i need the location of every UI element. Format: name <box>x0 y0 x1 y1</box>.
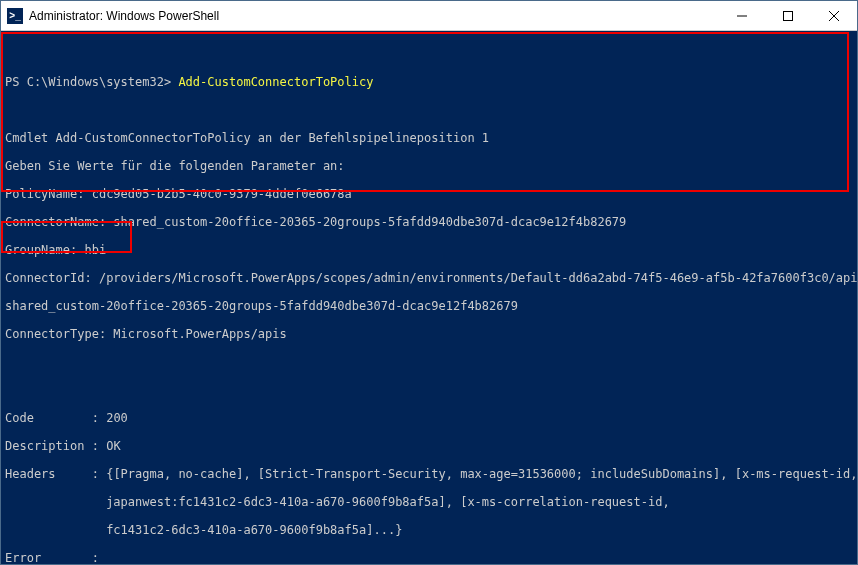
error-value: : <box>92 551 99 564</box>
titlebar[interactable]: >_ Administrator: Windows PowerShell <box>1 1 857 31</box>
code-value: : 200 <box>92 411 128 425</box>
cmdlet-header: Cmdlet Add-CustomConnectorToPolicy an de… <box>5 131 853 145</box>
minimize-button[interactable] <box>719 1 765 30</box>
param-prompt: Geben Sie Werte für die folgenden Parame… <box>5 159 853 173</box>
connectorid-cont: shared_custom-20office-20365-20groups-5f… <box>5 299 853 313</box>
terminal-output[interactable]: PS C:\Windows\system32> Add-CustomConnec… <box>1 31 857 564</box>
powershell-icon: >_ <box>7 8 23 24</box>
connectorname-line: ConnectorName: shared_custom-20office-20… <box>5 215 853 229</box>
connectortype-line: ConnectorType: Microsoft.PowerApps/apis <box>5 327 853 341</box>
groupname-line: GroupName: hbi <box>5 243 853 257</box>
close-button[interactable] <box>811 1 857 30</box>
description-value: : OK <box>92 439 121 453</box>
description-label: Description <box>5 439 92 453</box>
command-text: Add-CustomConnectorToPolicy <box>178 75 373 89</box>
headers-value: : {[Pragma, no-cache], [Strict-Transport… <box>92 467 857 481</box>
code-label: Code <box>5 411 92 425</box>
headers-cont2: fc1431c2-6dc3-410a-a670-9600f9b8af5a]...… <box>5 523 853 537</box>
headers-cont1: japanwest:fc1431c2-6dc3-410a-a670-9600f9… <box>5 495 853 509</box>
connectorid-line: ConnectorId: /providers/Microsoft.PowerA… <box>5 271 853 285</box>
policyname-line: PolicyName: cdc9ed05-b2b5-40c0-9379-4dde… <box>5 187 853 201</box>
headers-label: Headers <box>5 467 92 481</box>
maximize-button[interactable] <box>765 1 811 30</box>
window-title: Administrator: Windows PowerShell <box>29 9 719 23</box>
svg-rect-1 <box>784 11 793 20</box>
window-controls <box>719 1 857 30</box>
prompt: PS C:\Windows\system32> <box>5 75 178 89</box>
powershell-window: >_ Administrator: Windows PowerShell PS … <box>0 0 858 565</box>
error-label: Error <box>5 551 92 564</box>
